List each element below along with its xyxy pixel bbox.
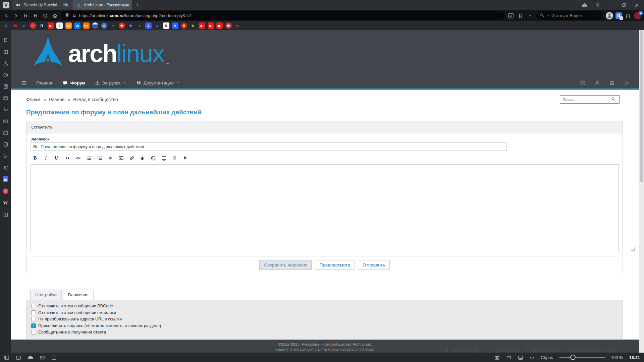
- maximize-button[interactable]: [622, 3, 626, 7]
- translate-extension-icon[interactable]: Gя: [615, 12, 622, 19]
- wikipedia-panel-icon[interactable]: W: [3, 200, 8, 206]
- text-color-icon[interactable]: [138, 154, 147, 162]
- nav-item-загрузки[interactable]: Загрузки: [95, 80, 127, 85]
- pause-site-favicon[interactable]: ‖: [56, 22, 63, 29]
- list-item-icon[interactable]: [106, 154, 115, 162]
- tasks-panel-icon[interactable]: [3, 142, 8, 147]
- forum-search-input[interactable]: [560, 96, 607, 103]
- spoiler-icon[interactable]: [159, 154, 168, 162]
- russia-flag-favicon[interactable]: [92, 22, 98, 29]
- underline-icon[interactable]: U: [52, 154, 61, 162]
- breadcrumb-raznoe[interactable]: Разное: [49, 97, 64, 102]
- option-row[interactable]: Не преобразовывать адреса URL в ссылки: [31, 317, 618, 321]
- code-icon[interactable]: </>: [73, 154, 83, 162]
- checkbox-checked[interactable]: ✓: [31, 323, 36, 328]
- resize-grip[interactable]: [631, 247, 635, 251]
- tab-archlinux[interactable]: Arch Linux - Русскоязычно: [72, 0, 132, 10]
- forward-button[interactable]: [12, 12, 20, 19]
- person-red-favicon[interactable]: ●: [30, 22, 36, 29]
- archlinux-logo-icon[interactable]: [33, 35, 63, 72]
- zoom-slider[interactable]: [559, 357, 605, 358]
- google-services-favicon[interactable]: ::: [110, 22, 116, 29]
- profile-avatar[interactable]: [606, 12, 613, 19]
- quote-icon[interactable]: [63, 154, 72, 162]
- trash-closed-tabs-icon[interactable]: [595, 3, 600, 8]
- page-title[interactable]: Предложения по форуму и план дальнейших …: [26, 109, 623, 116]
- rewind-button[interactable]: [22, 12, 30, 19]
- lock-icon[interactable]: [72, 13, 76, 18]
- checkbox-unchecked[interactable]: [31, 317, 36, 321]
- globe-site-favicon[interactable]: ◉: [101, 22, 107, 29]
- checkbox-unchecked[interactable]: [31, 330, 36, 335]
- footer-link[interactable]: Удалить cookies: [525, 348, 563, 353]
- translate-panel-icon[interactable]: [3, 107, 8, 112]
- fast-forward-button[interactable]: [32, 12, 39, 19]
- search-dropdown-icon[interactable]: [596, 13, 600, 18]
- headphones-icon[interactable]: [624, 12, 632, 19]
- nav-item-форум[interactable]: Форум: [63, 80, 85, 85]
- save-draft-button[interactable]: Сохранить черновик: [259, 260, 312, 270]
- url-dropdown-icon[interactable]: [527, 12, 534, 19]
- youtube-3-favicon[interactable]: ▶: [208, 22, 214, 29]
- site-4-favicon[interactable]: 4: [145, 22, 152, 29]
- panel-toggle-icon[interactable]: [4, 355, 9, 360]
- bold-icon[interactable]: B: [31, 154, 40, 162]
- option-row[interactable]: Отключить в этом сообщении BBCode: [31, 304, 618, 308]
- history-panel-icon[interactable]: [3, 72, 8, 78]
- youtube-2-favicon[interactable]: ▶: [199, 22, 205, 29]
- subject-input[interactable]: [31, 142, 507, 151]
- crest-site-favicon[interactable]: ♞: [163, 22, 169, 29]
- tab-вложения[interactable]: Вложения: [63, 290, 94, 300]
- nav-item-главная[interactable]: Главная: [36, 80, 53, 85]
- tab-somebody-special[interactable]: Somebody Special — Nina: [12, 0, 72, 10]
- site-logo-text[interactable]: arch linux ™: [68, 41, 169, 66]
- option-row[interactable]: ✓Присоединить подпись (её можно изменять…: [31, 323, 618, 328]
- extension-icon[interactable]: 1: [634, 12, 641, 19]
- footer-link[interactable]: Наша команда: [444, 348, 480, 353]
- bookmarks-panel-icon[interactable]: [3, 38, 8, 43]
- odnoklassniki-favicon[interactable]: ok: [65, 22, 72, 29]
- window-panel-icon[interactable]: [3, 96, 8, 101]
- search-favicon[interactable]: ⌕: [21, 22, 27, 29]
- back-button[interactable]: [3, 12, 10, 19]
- notes-panel-icon[interactable]: [3, 84, 8, 89]
- hamburger-icon[interactable]: [21, 80, 27, 86]
- bookmark-page-icon[interactable]: [517, 12, 524, 19]
- 2d3d-site-favicon[interactable]: 2D: [234, 22, 240, 29]
- splash-site-favicon[interactable]: ✳: [172, 22, 178, 29]
- rutracker-favicon[interactable]: R: [39, 22, 45, 29]
- checkbox-unchecked[interactable]: [31, 304, 36, 308]
- option-row[interactable]: Отключить в этом сообщении смайлики: [31, 310, 618, 315]
- home-button[interactable]: [51, 12, 59, 19]
- sync-cloud-icon[interactable]: [582, 2, 587, 8]
- search-engine-caret-icon[interactable]: [546, 13, 549, 18]
- reading-list-panel-icon[interactable]: [3, 49, 8, 55]
- car-site-favicon[interactable]: ⊕: [225, 22, 232, 29]
- smiley-icon[interactable]: [149, 154, 158, 162]
- strikethrough-icon[interactable]: S: [170, 154, 179, 162]
- reload-button[interactable]: [42, 12, 49, 19]
- downloads-panel-icon[interactable]: [3, 61, 8, 66]
- checkbox-unchecked[interactable]: [31, 310, 36, 315]
- preview-button[interactable]: Предпросмотр: [315, 260, 355, 270]
- submit-button[interactable]: Отправить: [358, 260, 390, 270]
- dns-shop-favicon[interactable]: DNS: [83, 22, 90, 29]
- link-icon[interactable]: [127, 154, 136, 162]
- zoom-slider-knob[interactable]: [570, 355, 576, 360]
- tracker-shield-icon[interactable]: [65, 13, 69, 18]
- breadcrumb-forum[interactable]: Форум: [26, 97, 41, 102]
- mail-panel-icon[interactable]: [3, 119, 8, 124]
- tab-настройки[interactable]: Настройки: [30, 290, 62, 300]
- forum-search-button[interactable]: [607, 96, 619, 103]
- breadcrumb-topic[interactable]: Вклад в сообщество: [73, 97, 118, 102]
- gmail-favicon[interactable]: M: [12, 22, 18, 29]
- url-field[interactable]: https://archlinux.com.ru/forum/posting.p…: [61, 11, 505, 20]
- option-row[interactable]: Сообщать мне о получении ответа: [31, 330, 618, 335]
- youtube-4-favicon[interactable]: ▶: [216, 22, 223, 29]
- rss-icon[interactable]: [507, 12, 515, 19]
- crown-site-favicon[interactable]: ♛: [181, 22, 187, 29]
- star-site-favicon[interactable]: ★: [127, 22, 134, 29]
- vivaldi-menu-button[interactable]: V: [0, 0, 12, 10]
- messages-icon[interactable]: [609, 80, 615, 86]
- new-tab-button[interactable]: +: [133, 0, 142, 10]
